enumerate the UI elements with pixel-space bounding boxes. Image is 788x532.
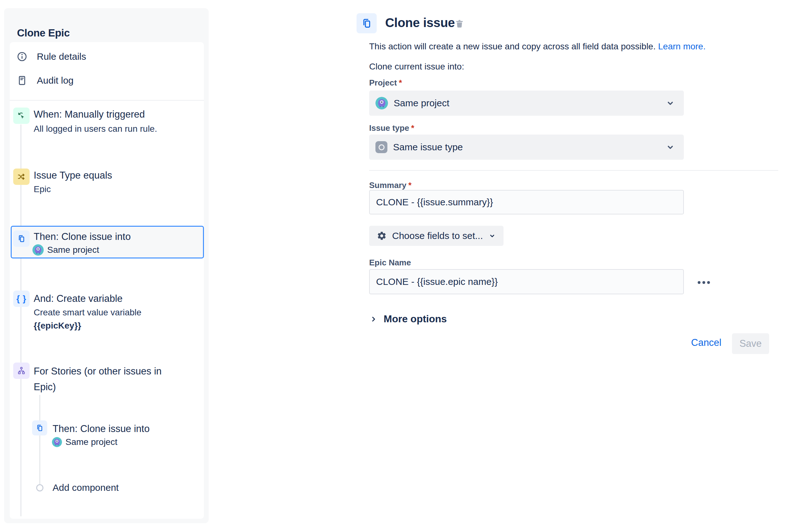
chain-item-variable: {{epicKey}}: [34, 321, 81, 331]
chain-item-subtitle: Same project: [65, 437, 117, 447]
ellipsis-icon: [698, 281, 701, 284]
project-avatar: [375, 97, 388, 109]
chain-item-subtitle: All logged in users can run rule.: [34, 124, 157, 134]
learn-more-link[interactable]: Learn more.: [658, 41, 706, 51]
project-select-value: Same project: [394, 98, 449, 108]
add-component-label: Add component: [53, 482, 119, 493]
issue-type-field-label: Issue type*: [369, 123, 414, 133]
action-description: This action will create a new issue and …: [369, 41, 706, 52]
section-divider: [369, 170, 778, 171]
chain-item-subtitle: Create smart value variable: [34, 307, 141, 318]
rule-sidebar: Clone Epic Rule details Audit log: [4, 8, 209, 523]
more-options-toggle[interactable]: More options: [370, 313, 447, 325]
ellipsis-icon: [703, 281, 705, 284]
delete-action-button[interactable]: [453, 17, 466, 31]
chevron-right-icon: [370, 315, 377, 323]
summary-input[interactable]: [369, 190, 684, 214]
epic-name-input[interactable]: [369, 269, 684, 294]
rule-components-card: Rule details Audit log When: Manually tr…: [10, 42, 204, 519]
sidebar-item-label: Audit log: [37, 75, 74, 86]
add-component-button[interactable]: Add component: [36, 482, 119, 493]
chain-item-title: And: Create variable: [34, 293, 123, 304]
chevron-down-icon: [488, 232, 496, 240]
chain-item-title: Then: Clone issue into: [34, 231, 131, 242]
project-select[interactable]: Same project: [369, 90, 684, 116]
sidebar-divider: [10, 100, 204, 101]
chain-item-title: Then: Clone issue into: [53, 423, 150, 434]
project-avatar: [52, 437, 62, 447]
chain-item-title: When: Manually triggered: [34, 109, 145, 120]
sidebar-item-audit-log[interactable]: Audit log: [16, 73, 74, 88]
cancel-button[interactable]: Cancel: [691, 337, 722, 348]
chain-item-clone-issue-selected[interactable]: Then: Clone issue into Same project: [11, 226, 204, 259]
required-asterisk: *: [411, 123, 414, 133]
chain-item-project: Same project: [33, 244, 99, 255]
clone-issue-header-icon: [357, 13, 377, 33]
description-text: This action will create a new issue and …: [369, 41, 655, 51]
epic-name-more-button[interactable]: [694, 276, 714, 289]
braces-icon: { }: [13, 290, 29, 307]
required-asterisk: *: [409, 181, 412, 190]
issue-type-icon: [375, 141, 388, 153]
ellipsis-icon: [707, 281, 710, 284]
clone-into-label: Clone current issue into:: [369, 62, 464, 72]
clone-icon: [13, 230, 29, 247]
info-icon: [16, 50, 28, 63]
summary-field-label: Summary*: [369, 181, 412, 190]
choose-fields-button[interactable]: Choose fields to set...: [369, 226, 504, 246]
add-component-circle-icon: [36, 484, 43, 491]
audit-log-icon: [16, 75, 28, 86]
chain-item-project: Same project: [52, 437, 117, 447]
required-asterisk: *: [399, 78, 402, 87]
sidebar-item-rule-details[interactable]: Rule details: [16, 49, 86, 64]
branch-chain-connector: [39, 395, 40, 486]
save-button[interactable]: Save: [732, 333, 769, 354]
chain-item-subtitle: Same project: [47, 245, 99, 255]
branch-icon: [13, 363, 29, 379]
chain-item-subtitle: Epic: [34, 184, 51, 194]
automation-rule-builder-page: Clone Epic Rule details Audit log: [0, 0, 788, 532]
choose-fields-label: Choose fields to set...: [392, 230, 483, 241]
condition-shuffle-icon: [13, 168, 29, 185]
more-options-label: More options: [383, 313, 447, 325]
rule-title: Clone Epic: [17, 27, 70, 39]
epic-name-field-label: Epic Name: [369, 258, 411, 268]
issue-type-select[interactable]: Same issue type: [369, 135, 684, 160]
trash-icon: [455, 19, 464, 28]
gear-icon: [377, 231, 387, 241]
chain-item-title: Issue Type equals: [34, 170, 112, 181]
issue-type-select-value: Same issue type: [393, 142, 463, 152]
clone-icon: [32, 421, 47, 435]
project-avatar: [33, 244, 44, 255]
manual-trigger-icon: [13, 107, 29, 124]
project-field-label: Project*: [369, 78, 402, 88]
sidebar-item-label: Rule details: [37, 51, 86, 62]
clone-icon: [361, 18, 372, 29]
chevron-down-icon: [666, 142, 675, 152]
chevron-down-icon: [666, 98, 675, 108]
page-title: Clone issue: [385, 16, 455, 30]
chain-item-title: For Stories (or other issues in Epic): [34, 364, 175, 395]
